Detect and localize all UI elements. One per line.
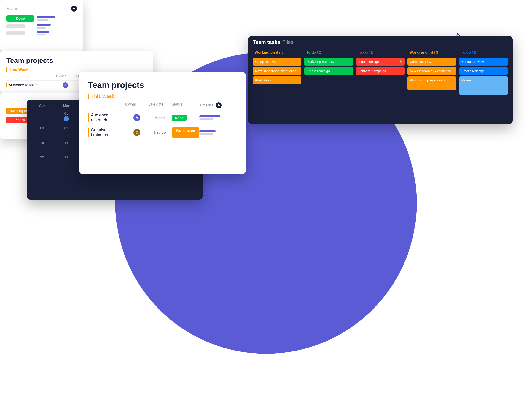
col-header-owner: Owner <box>125 102 148 108</box>
cal-day-mon: Mon <box>55 102 79 109</box>
table-row: Creative brainstorm C Feb 15 Working on … <box>88 125 237 140</box>
avatar: C <box>133 129 140 136</box>
tbar <box>37 16 55 18</box>
owner-cell: A <box>125 114 148 121</box>
kanban-card[interactable]: New Onboarding experience <box>253 67 302 75</box>
owner-cell: C <box>125 129 148 136</box>
kanban-col-1: Working on it / 3 Complete T&C New Onboa… <box>253 49 302 96</box>
task-name-audience-research[interactable]: Audience research <box>88 113 125 123</box>
col-header-due: Due date <box>148 102 172 108</box>
status-badge-done: Done <box>172 115 187 121</box>
timeline-bars <box>37 24 74 29</box>
kanban-col-2: To do / 2 Marketing Banners Emails redes… <box>304 49 353 96</box>
col-task <box>7 74 56 79</box>
status-row <box>7 31 77 36</box>
kanban-header: Team tasks Files <box>248 36 512 49</box>
cal-cell[interactable]: 08 <box>30 124 54 138</box>
due-date-cell: Feb 15 <box>148 130 172 135</box>
kanban-col-4-header: Working on it / 3 <box>408 49 456 56</box>
main-project-panel: Team projects This Week Owner Due date S… <box>79 72 246 174</box>
avatar: A <box>133 114 140 121</box>
bottom-owner: A <box>56 82 75 88</box>
tbar <box>37 24 50 26</box>
status-panel-title: Status <box>7 6 20 11</box>
timeline-bar-filled <box>200 115 220 117</box>
bottom-section-label: This Week <box>7 67 147 72</box>
tbar <box>37 31 49 33</box>
kanban-col-5: To do / 2 Banners review Emails redesign… <box>459 49 508 96</box>
kanban-card[interactable]: New Onboarding experience <box>408 67 456 75</box>
status-cell: Done <box>172 115 200 121</box>
cal-cell[interactable]: 01 <box>55 109 78 123</box>
timeline-bar-light <box>200 133 213 135</box>
kanban-card[interactable]: Marketing Banners <box>304 58 353 66</box>
section-label: This Week <box>88 94 237 99</box>
status-badge: Done <box>7 15 34 22</box>
table-row: Audience research A Feb 6 Done <box>88 110 237 125</box>
empty-cell <box>7 31 25 35</box>
cal-cell[interactable]: 09 <box>55 124 78 138</box>
col-header-task <box>88 102 125 108</box>
kanban-card[interactable]: Photoshoot preperations <box>408 76 456 90</box>
kanban-card[interactable]: Emails redesign <box>459 67 508 75</box>
empty-cell <box>7 24 25 28</box>
project-title: Team projects <box>88 80 237 90</box>
status-row <box>7 24 77 29</box>
timeline-bar-filled <box>200 130 216 132</box>
kanban-card[interactable]: Emails redesign <box>304 67 353 75</box>
kanban-title: Team tasks <box>253 39 280 45</box>
add-status-button[interactable]: + <box>71 6 77 12</box>
kanban-card[interactable]: Signup design 🔒 <box>356 58 405 66</box>
add-column-button[interactable]: + <box>216 102 222 108</box>
kanban-subtitle: Files <box>282 39 293 45</box>
timeline-cell <box>200 130 237 135</box>
col-owner: Owner <box>56 74 75 79</box>
kanban-card[interactable]: Photoshoot <box>253 76 302 84</box>
kanban-panel: Team tasks Files Working on it / 3 Compl… <box>248 36 512 124</box>
cal-cell[interactable]: 23 <box>55 153 78 165</box>
status-row: Done <box>7 15 77 22</box>
kanban-card[interactable]: Banners Campaign <box>356 67 405 75</box>
kanban-card[interactable]: Complete T&C <box>253 58 302 66</box>
cal-day-sun: Sun <box>30 102 55 109</box>
status-panel-header: Status + <box>7 6 77 12</box>
due-date-cell: Feb 6 <box>148 116 172 120</box>
kanban-body: Working on it / 3 Complete T&C New Onboa… <box>248 49 512 100</box>
timeline-bars <box>37 16 74 21</box>
tbar-light <box>37 34 45 36</box>
col-header-status: Status <box>172 102 200 108</box>
cal-cell[interactable]: 15 <box>30 139 54 152</box>
cal-cell[interactable]: 16 <box>55 139 78 152</box>
bottom-project-title: Team projects <box>7 57 147 65</box>
kanban-col-3-header: To do / 2 <box>356 49 405 56</box>
timeline-cell <box>200 115 237 120</box>
bottom-task-name[interactable]: Audience research <box>7 83 56 87</box>
task-name-creative-brainstorm[interactable]: Creative brainstorm <box>88 128 125 137</box>
kanban-col-5-header: To do / 2 <box>459 49 508 56</box>
col-header-timeline: Timeline <box>200 103 213 107</box>
kanban-card[interactable]: Research <box>459 76 508 95</box>
kanban-col-3: To do / 2 Signup design 🔒 Banners Campai… <box>356 49 405 96</box>
kanban-col-1-header: Working on it / 3 <box>253 49 302 56</box>
kanban-col-4: Working on it / 3 Complete T&C New Onboa… <box>408 49 456 96</box>
status-panel: Status + Done <box>0 0 84 51</box>
tbar-light <box>37 19 48 21</box>
tbar-light <box>37 27 46 29</box>
cal-cell[interactable]: 22 <box>30 153 54 165</box>
kanban-card[interactable]: Complete T&C <box>408 58 456 66</box>
avatar: A <box>63 82 68 88</box>
kanban-col-2-header: To do / 2 <box>304 49 353 56</box>
status-badge-working: Working on it <box>172 127 200 138</box>
table-header: Owner Due date Status Timeline + <box>88 102 237 110</box>
timeline-bars <box>37 31 74 36</box>
cal-cell[interactable] <box>30 109 54 123</box>
kanban-card[interactable]: Banners review <box>459 58 508 66</box>
timeline-bar-light <box>200 118 213 120</box>
status-cell: Working on it <box>172 127 200 138</box>
